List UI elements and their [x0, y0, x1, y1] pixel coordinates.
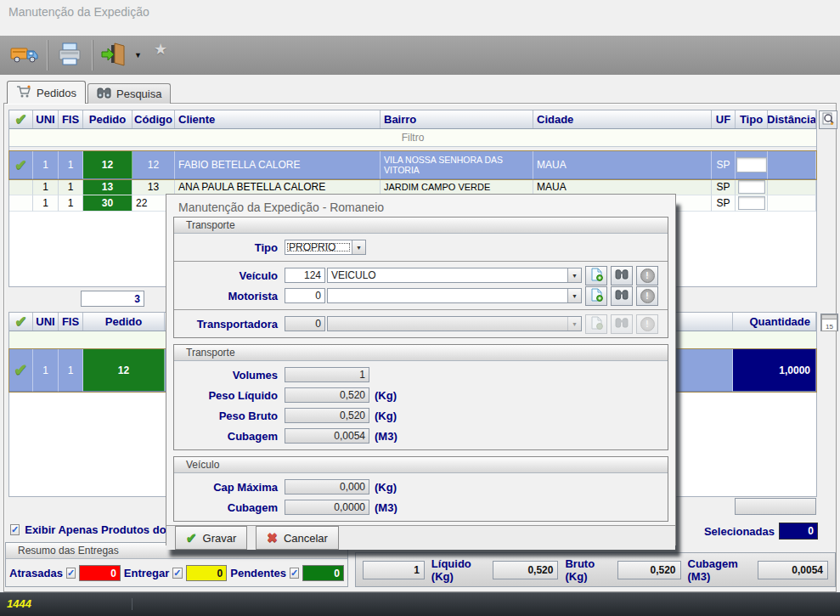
cubagem-field: 0,0054	[285, 428, 369, 444]
calendar-icon: 15	[821, 314, 837, 331]
cancelar-button[interactable]: ✖ Cancelar	[256, 526, 339, 550]
veiculo-new-button[interactable]	[585, 266, 607, 285]
chevron-down-icon[interactable]: ▼	[567, 289, 581, 302]
peso-bruto-field: 0,520	[285, 408, 369, 423]
orders-count-field: 3	[81, 291, 144, 307]
document-plus-icon	[590, 316, 603, 332]
toolbar-separator	[92, 40, 93, 71]
column-header-uni[interactable]: UNI	[33, 313, 59, 331]
motorista-code-field[interactable]: 0	[285, 288, 325, 303]
entregar-value: 0	[186, 565, 228, 581]
status-separator	[132, 598, 132, 610]
selecionadas-label: Selecionadas	[704, 525, 775, 538]
column-header-quantidade[interactable]: Quantidade	[733, 313, 816, 331]
check-icon: ✔	[14, 112, 26, 127]
tipo-checkbox[interactable]	[736, 157, 767, 172]
cap-maxima-field: 0,000	[285, 479, 369, 494]
motorista-name-combobox[interactable]: ▼	[327, 288, 582, 303]
check-icon: ✔	[14, 158, 26, 172]
binoculars-icon	[615, 289, 629, 302]
favorite-star-icon: ★	[154, 40, 167, 59]
expedition-truck-button[interactable]	[7, 37, 42, 73]
pedido-cell: 12	[83, 349, 165, 392]
column-header-distancia[interactable]: Distância	[768, 110, 816, 128]
entregar-checkbox[interactable]: ✓	[172, 568, 182, 579]
transportadora-label: Transportadora	[174, 318, 285, 331]
column-header-cliente[interactable]: Cliente	[175, 110, 381, 128]
binoculars-icon	[615, 317, 629, 331]
tab-pedidos-label: Pedidos	[37, 87, 76, 99]
document-plus-icon	[590, 288, 603, 304]
distancia-cell	[768, 195, 816, 212]
tipo-combobox[interactable]: PROPRIO ▼	[285, 240, 366, 255]
volumes-field: 1	[285, 367, 369, 382]
vehicle-group-caption: Veículo	[174, 457, 668, 473]
exibir-produtos-checkbox[interactable]: ✓	[10, 524, 20, 535]
status-record-number: 1444	[7, 597, 31, 610]
column-header-tipo[interactable]: Tipo	[736, 110, 768, 128]
spare-field	[735, 498, 816, 515]
total-count-field: 1	[363, 561, 425, 579]
print-button[interactable]	[52, 37, 87, 73]
check-icon: ✔	[186, 530, 197, 545]
atrasadas-checkbox[interactable]: ✓	[66, 568, 76, 579]
binoculars-icon	[97, 87, 111, 101]
column-header-blank[interactable]	[675, 313, 733, 331]
column-header-fis[interactable]: FIS	[59, 313, 83, 331]
check-column-header[interactable]: ✔	[9, 313, 33, 331]
column-header-codigo[interactable]: Código	[132, 110, 175, 128]
tab-pesquisa[interactable]: Pesquisa	[87, 83, 171, 104]
atrasadas-label: Atrasadas	[9, 567, 63, 579]
tipo-checkbox[interactable]	[738, 180, 765, 194]
chevron-down-icon[interactable]: ▼	[352, 240, 365, 254]
transportadora-search-button	[611, 314, 633, 334]
column-header-cidade[interactable]: Cidade	[533, 110, 712, 128]
window-title: Manutenção da Expedição	[8, 5, 149, 19]
atrasadas-value: 0	[79, 565, 121, 581]
motorista-new-button[interactable]	[585, 286, 607, 306]
distancia-cell	[768, 151, 816, 179]
chevron-down-icon[interactable]: ▼	[567, 268, 581, 282]
exibir-produtos-label: Exibir Apenas Produtos do Pedi	[25, 523, 167, 536]
cap-maxima-label: Cap Máxima	[174, 481, 285, 494]
transportadora-section: Transportadora 0 ▼	[174, 309, 668, 337]
column-header-uf[interactable]: UF	[712, 110, 736, 128]
cap-maxima-unit: (Kg)	[375, 481, 397, 494]
transport-group: Transporte Tipo PROPRIO ▼ Veículo 124	[173, 217, 668, 338]
column-header-uni[interactable]: UNI	[33, 110, 59, 128]
column-header-pedido[interactable]: Pedido	[83, 313, 165, 331]
window-titlebar: Manutenção da Expedição	[0, 0, 840, 25]
bruto-value: 0,520	[617, 561, 681, 579]
column-header-bairro[interactable]: Bairro	[381, 110, 533, 128]
calendar-button[interactable]: 15	[820, 314, 838, 331]
blank-cell	[675, 349, 733, 392]
status-bar: 1444	[0, 592, 840, 616]
pendentes-checkbox[interactable]: ✓	[290, 568, 299, 579]
print-preview-button[interactable]	[819, 110, 837, 129]
table-row[interactable]: ✔ 1 1 12 12 FABIO BETELLA CALORE VILA NO…	[9, 151, 816, 179]
tipo-checkbox[interactable]	[738, 196, 765, 210]
tab-pedidos[interactable]: Pedidos	[7, 81, 86, 104]
motorista-info-button[interactable]: !	[636, 286, 658, 306]
veiculo-code-field[interactable]: 124	[285, 268, 325, 283]
cubagem-label: Cubagem	[174, 430, 285, 443]
veiculo-info-button[interactable]: !	[636, 266, 658, 285]
column-header-pedido[interactable]: Pedido	[83, 110, 132, 128]
gravar-button[interactable]: ✔ Gravar	[175, 526, 247, 550]
column-header-fis[interactable]: FIS	[59, 110, 83, 128]
liquido-value: 0,520	[493, 561, 559, 579]
transportadora-info-button: !	[636, 314, 658, 334]
totals-panel: 1 Líquido (Kg) 0,520 Bruto (Kg) 0,520 Cu…	[355, 552, 836, 587]
orders-grid-filter-row[interactable]: Filtro	[9, 129, 816, 147]
check-column-header[interactable]: ✔	[9, 110, 33, 128]
check-icon: ✔	[14, 314, 26, 329]
veiculo-search-button[interactable]	[611, 266, 633, 285]
bruto-label: Bruto (Kg)	[565, 557, 611, 583]
entregar-label: Entregar	[124, 567, 169, 579]
info-icon: !	[640, 268, 655, 283]
exit-button[interactable]	[97, 37, 132, 73]
motorista-search-button[interactable]	[611, 286, 633, 306]
exit-dropdown-caret[interactable]: ▼	[134, 51, 142, 59]
veiculo-name-combobox[interactable]: VEICULO ▼	[327, 268, 582, 283]
truck-icon	[10, 43, 39, 68]
